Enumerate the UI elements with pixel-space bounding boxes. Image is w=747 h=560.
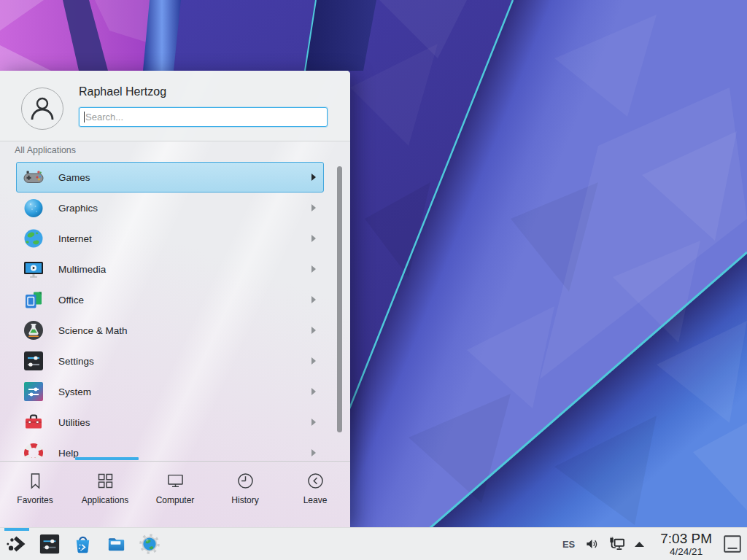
taskbar-panel: ES (0, 527, 747, 560)
category-row-graphics[interactable]: Graphics (16, 192, 324, 223)
active-app-indicator (4, 528, 29, 531)
globe-icon (22, 227, 45, 250)
submenu-arrow-icon (311, 265, 316, 273)
taskbar-left (0, 528, 171, 560)
category-row-settings[interactable]: Settings (16, 346, 324, 376)
tab-label: History (231, 495, 258, 505)
category-row-internet[interactable]: Internet (16, 223, 324, 254)
submenu-arrow-icon (311, 449, 316, 456)
clock-time: 7:03 PM (660, 532, 712, 545)
tab-label: Leave (303, 495, 328, 505)
submenu-arrow-icon (311, 357, 316, 365)
keyboard-layout-indicator[interactable]: ES (562, 539, 575, 550)
submenu-arrow-icon (311, 296, 316, 303)
text-caret (84, 112, 85, 122)
submenu-arrow-icon (311, 174, 316, 181)
globe-gear-icon (139, 533, 160, 555)
web-browser-button[interactable] (139, 528, 160, 560)
lifebuoy-icon (22, 441, 45, 458)
tab-computer[interactable]: Computer (140, 462, 210, 527)
discover-button[interactable] (71, 528, 94, 560)
submenu-arrow-icon (311, 419, 316, 426)
category-label: Utilities (58, 417, 311, 428)
chevron-up-icon (633, 540, 646, 548)
tray-expand-button[interactable] (633, 540, 646, 548)
submenu-arrow-icon (311, 204, 316, 211)
desktop: Raphael Hertzog Search... All Applicatio… (0, 0, 747, 560)
tab-label: Computer (156, 495, 195, 505)
search-input[interactable]: Search... (79, 107, 328, 127)
category-label: Graphics (58, 203, 311, 214)
search-placeholder: Search... (85, 112, 123, 122)
system-settings-icon (39, 533, 61, 555)
category-row-multimedia[interactable]: Multimedia (16, 254, 324, 284)
category-label: Internet (58, 233, 311, 244)
monitor-play-icon (22, 257, 45, 281)
tab-favorites[interactable]: Favorites (0, 462, 70, 527)
category-row-help[interactable]: Help (16, 438, 324, 458)
user-name: Raphael Hertzog (79, 85, 166, 98)
show-desktop-button[interactable] (722, 534, 743, 554)
bookmark-icon (26, 471, 45, 491)
category-row-utilities[interactable]: Utilities (16, 407, 324, 438)
launcher-tab-bar: Favorites Applications C (0, 461, 350, 527)
app-launcher-button[interactable] (6, 528, 28, 560)
folder-icon (105, 533, 128, 556)
grid-icon (96, 471, 115, 491)
submenu-arrow-icon (311, 388, 316, 395)
app-launcher-icon (6, 533, 28, 555)
list-scrollbar[interactable] (337, 166, 342, 432)
category-label: Settings (58, 356, 311, 367)
wired-network-icon (608, 535, 626, 553)
submenu-arrow-icon (311, 327, 316, 334)
file-manager-button[interactable] (105, 528, 128, 560)
flask-icon (22, 319, 45, 342)
category-list: Games Graphics (0, 162, 350, 458)
category-label: Games (58, 172, 311, 183)
category-row-science-math[interactable]: Science & Math (16, 315, 324, 346)
category-row-office[interactable]: Office (16, 284, 324, 315)
launcher-header: Raphael Hertzog Search... (0, 71, 350, 141)
show-desktop-icon (722, 534, 743, 554)
application-launcher-popup: Raphael Hertzog Search... All Applicatio… (0, 71, 350, 527)
digital-clock[interactable]: 7:03 PM 4/24/21 (660, 532, 712, 557)
toolbox-icon (22, 411, 45, 434)
sliders-icon (22, 349, 45, 373)
tab-history[interactable]: History (210, 462, 280, 527)
network-button[interactable] (608, 535, 626, 553)
category-label: Multimedia (58, 264, 311, 275)
clock-date: 4/24/21 (660, 547, 712, 557)
tab-label: Applications (82, 495, 129, 505)
category-label: Science & Math (58, 325, 311, 336)
user-avatar[interactable] (21, 88, 63, 130)
tab-applications[interactable]: Applications (70, 462, 140, 527)
documents-icon (22, 288, 45, 311)
system-settings-button[interactable] (39, 528, 61, 560)
submenu-arrow-icon (311, 235, 316, 242)
tab-leave[interactable]: Leave (280, 462, 350, 527)
category-label: Office (58, 295, 311, 306)
tab-label: Favorites (17, 495, 53, 505)
graphics-ball-icon (22, 196, 45, 219)
system-tray: ES (562, 528, 747, 560)
category-label: Help (58, 448, 311, 459)
computer-icon (166, 471, 185, 491)
category-label: System (58, 386, 311, 397)
section-header-all-applications: All Applications (15, 145, 76, 155)
speaker-icon (584, 536, 600, 552)
discover-bag-icon (71, 533, 94, 556)
user-icon (22, 88, 63, 129)
gamepad-icon (22, 166, 45, 189)
category-row-system[interactable]: System (16, 376, 324, 407)
clock-icon (236, 471, 255, 491)
volume-button[interactable] (584, 536, 600, 552)
leave-icon (306, 471, 325, 491)
system-sliders-icon (22, 380, 45, 403)
category-row-games[interactable]: Games (16, 162, 324, 192)
active-tab-indicator (75, 457, 139, 460)
